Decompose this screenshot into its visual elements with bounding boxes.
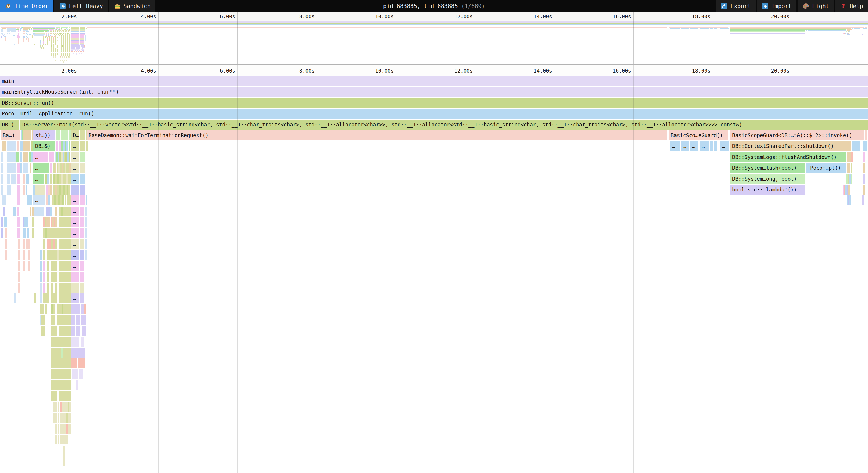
flame-block[interactable] — [43, 315, 45, 325]
flame-block[interactable] — [5, 250, 7, 260]
flame-block[interactable] — [61, 370, 63, 379]
flame-block[interactable] — [59, 174, 61, 184]
flame-block[interactable] — [7, 185, 9, 195]
flame-block[interactable] — [65, 304, 67, 314]
flame-block[interactable] — [55, 163, 57, 173]
flame-block[interactable]: … — [71, 272, 79, 282]
flame-block[interactable] — [55, 239, 57, 249]
flame-block[interactable] — [847, 152, 850, 162]
flame-block[interactable] — [7, 152, 16, 162]
flame-block[interactable] — [863, 141, 867, 151]
flame-block[interactable] — [47, 228, 49, 238]
flame-block[interactable] — [71, 315, 75, 325]
flame-block[interactable] — [69, 239, 71, 249]
flame-block[interactable] — [1, 152, 3, 162]
flame-block[interactable] — [43, 250, 45, 260]
flame-block[interactable] — [51, 261, 53, 271]
flame-block[interactable] — [69, 250, 71, 260]
flame-block[interactable] — [5, 228, 7, 238]
flame-block[interactable] — [23, 141, 30, 151]
flame-block[interactable] — [40, 250, 42, 260]
flame-block[interactable] — [18, 174, 20, 184]
flame-block[interactable] — [84, 326, 86, 336]
flame-block[interactable] — [59, 250, 61, 260]
flame-block[interactable] — [53, 293, 55, 303]
flame-block[interactable] — [63, 446, 65, 455]
flame-block[interactable] — [67, 272, 69, 282]
flame-block[interactable]: DB…&) — [33, 141, 55, 151]
flame-block[interactable] — [43, 326, 45, 336]
flame-block[interactable] — [75, 358, 78, 369]
flame-block[interactable]: … — [690, 141, 698, 151]
flame-block[interactable] — [51, 315, 53, 325]
flame-block[interactable] — [18, 195, 20, 206]
flame-block[interactable]: D… — [71, 130, 79, 140]
flame-block[interactable] — [65, 337, 67, 347]
flame-block[interactable] — [46, 195, 48, 206]
flame-block[interactable] — [63, 380, 65, 390]
flame-block[interactable] — [59, 217, 61, 227]
flame-block[interactable] — [82, 141, 85, 151]
flame-block[interactable] — [51, 272, 53, 282]
flame-block[interactable] — [64, 413, 66, 423]
flame-block[interactable] — [67, 283, 69, 292]
flame-block[interactable] — [47, 261, 49, 271]
flame-block[interactable] — [81, 217, 84, 227]
flame-block[interactable] — [61, 272, 63, 282]
flame-block[interactable] — [806, 163, 808, 173]
flame-block[interactable] — [51, 348, 53, 358]
flame-block[interactable] — [64, 402, 66, 412]
flame-block[interactable] — [62, 413, 64, 423]
flame-block[interactable] — [50, 163, 53, 173]
flame-block[interactable] — [71, 337, 79, 347]
flame-block[interactable] — [50, 174, 52, 184]
flame-block[interactable] — [53, 380, 55, 390]
flame-block[interactable] — [67, 358, 69, 369]
flame-block[interactable] — [43, 217, 45, 227]
flame-block[interactable] — [67, 315, 69, 325]
flame-block[interactable] — [65, 207, 67, 217]
flame-block[interactable] — [69, 326, 71, 336]
flame-block[interactable] — [59, 293, 61, 303]
flame-block[interactable] — [58, 402, 59, 412]
flame-block[interactable] — [81, 370, 83, 379]
flame-block[interactable] — [852, 141, 854, 151]
flame-block[interactable] — [23, 130, 31, 140]
flame-block[interactable]: main — [0, 76, 868, 86]
flame-block[interactable] — [23, 185, 25, 195]
flame-block[interactable] — [53, 402, 55, 412]
flame-block[interactable]: BasicScopeGuard<DB:…t&)::$_2>::invoke() — [730, 130, 864, 140]
flame-block[interactable] — [63, 228, 65, 238]
flame-block[interactable]: … — [71, 174, 79, 184]
flame-block[interactable] — [52, 195, 54, 206]
flame-block[interactable] — [33, 185, 35, 195]
flame-block[interactable] — [55, 174, 57, 184]
flame-block[interactable] — [67, 239, 69, 249]
main-ruler[interactable]: 2.00s4.00s6.00s8.00s10.00s12.00s14.00s16… — [0, 65, 868, 76]
flame-block[interactable] — [65, 250, 67, 260]
flame-block[interactable] — [848, 185, 850, 195]
flame-block[interactable] — [51, 228, 53, 238]
flame-block[interactable] — [55, 207, 57, 217]
flame-block[interactable] — [65, 185, 67, 195]
flame-block[interactable]: bool std::…lambda'()) — [730, 185, 805, 195]
flame-block[interactable] — [24, 228, 26, 238]
flame-block[interactable] — [59, 272, 61, 282]
flame-block[interactable] — [51, 337, 53, 347]
flame-block[interactable] — [23, 163, 28, 173]
flame-block[interactable] — [58, 163, 60, 173]
flame-block[interactable]: BasicSco…eGuard() — [669, 130, 728, 140]
flame-block[interactable] — [18, 185, 20, 195]
flame-block[interactable]: Poco::Util::Application::run() — [0, 108, 868, 119]
flame-block[interactable] — [85, 228, 87, 238]
flame-block[interactable] — [81, 163, 85, 173]
flame-block[interactable] — [69, 391, 71, 401]
flame-block[interactable] — [63, 293, 65, 303]
flame-block[interactable] — [1, 174, 3, 184]
flame-block[interactable] — [53, 261, 55, 271]
flame-block[interactable] — [55, 348, 57, 358]
minimap-ruler[interactable]: 2.00s4.00s6.00s8.00s10.00s12.00s14.00s16… — [0, 12, 868, 21]
flame-block[interactable] — [58, 435, 59, 444]
flame-block[interactable] — [65, 217, 67, 227]
flame-block[interactable] — [61, 391, 63, 401]
